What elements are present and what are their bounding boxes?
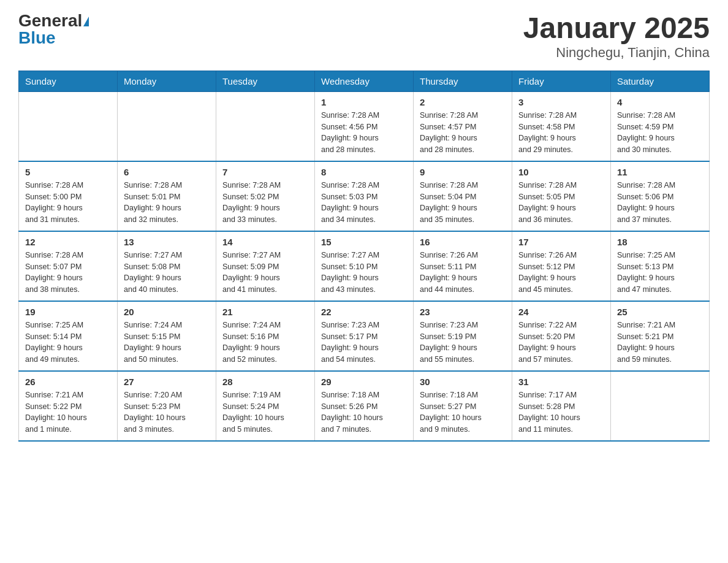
day-number: 11 [617, 167, 703, 177]
day-info: Sunrise: 7:27 AM Sunset: 5:09 PM Dayligh… [222, 250, 308, 296]
day-info: Sunrise: 7:28 AM Sunset: 4:59 PM Dayligh… [617, 110, 703, 156]
day-number: 19 [25, 307, 111, 317]
calendar-cell: 24Sunrise: 7:22 AM Sunset: 5:20 PM Dayli… [512, 301, 611, 371]
day-number: 21 [222, 307, 308, 317]
day-number: 24 [518, 307, 604, 317]
calendar-cell: 10Sunrise: 7:28 AM Sunset: 5:05 PM Dayli… [512, 161, 611, 231]
calendar-cell: 30Sunrise: 7:18 AM Sunset: 5:27 PM Dayli… [414, 371, 512, 441]
day-number: 7 [222, 167, 308, 177]
calendar-row: 12Sunrise: 7:28 AM Sunset: 5:07 PM Dayli… [19, 231, 710, 301]
calendar-cell: 18Sunrise: 7:25 AM Sunset: 5:13 PM Dayli… [611, 231, 710, 301]
calendar-cell: 20Sunrise: 7:24 AM Sunset: 5:15 PM Dayli… [118, 301, 216, 371]
day-info: Sunrise: 7:27 AM Sunset: 5:08 PM Dayligh… [124, 250, 210, 296]
day-info: Sunrise: 7:24 AM Sunset: 5:15 PM Dayligh… [124, 320, 210, 366]
day-number: 4 [617, 97, 703, 107]
calendar-cell: 26Sunrise: 7:21 AM Sunset: 5:22 PM Dayli… [19, 371, 118, 441]
calendar-body: 1Sunrise: 7:28 AM Sunset: 4:56 PM Daylig… [19, 91, 710, 441]
calendar-cell: 13Sunrise: 7:27 AM Sunset: 5:08 PM Dayli… [118, 231, 216, 301]
calendar-cell [19, 91, 118, 161]
day-number: 3 [518, 97, 604, 107]
day-info: Sunrise: 7:26 AM Sunset: 5:11 PM Dayligh… [420, 250, 506, 296]
header-cell-tuesday: Tuesday [216, 71, 315, 91]
calendar-cell: 5Sunrise: 7:28 AM Sunset: 5:00 PM Daylig… [19, 161, 118, 231]
title-block: January 2025 Ningchegu, Tianjin, China [523, 12, 710, 61]
day-info: Sunrise: 7:28 AM Sunset: 5:03 PM Dayligh… [321, 180, 407, 226]
day-number: 28 [222, 377, 308, 387]
logo-general-text: General [18, 11, 82, 30]
calendar-cell [216, 91, 315, 161]
calendar-cell: 11Sunrise: 7:28 AM Sunset: 5:06 PM Dayli… [611, 161, 710, 231]
calendar-cell: 27Sunrise: 7:20 AM Sunset: 5:23 PM Dayli… [118, 371, 216, 441]
header-cell-sunday: Sunday [19, 71, 118, 91]
calendar-cell: 9Sunrise: 7:28 AM Sunset: 5:04 PM Daylig… [414, 161, 512, 231]
day-number: 10 [518, 167, 604, 177]
header-row: SundayMondayTuesdayWednesdayThursdayFrid… [19, 71, 710, 91]
calendar-row: 5Sunrise: 7:28 AM Sunset: 5:00 PM Daylig… [19, 161, 710, 231]
day-info: Sunrise: 7:22 AM Sunset: 5:20 PM Dayligh… [518, 320, 604, 366]
day-number: 12 [25, 237, 111, 247]
day-info: Sunrise: 7:24 AM Sunset: 5:16 PM Dayligh… [222, 320, 308, 366]
day-info: Sunrise: 7:25 AM Sunset: 5:14 PM Dayligh… [25, 320, 111, 366]
calendar-title: January 2025 [523, 12, 710, 45]
page-header: General Blue January 2025 Ningchegu, Tia… [18, 12, 710, 61]
calendar-cell: 3Sunrise: 7:28 AM Sunset: 4:58 PM Daylig… [512, 91, 611, 161]
day-info: Sunrise: 7:23 AM Sunset: 5:19 PM Dayligh… [420, 320, 506, 366]
day-number: 5 [25, 167, 111, 177]
calendar-row: 26Sunrise: 7:21 AM Sunset: 5:22 PM Dayli… [19, 371, 710, 441]
calendar-cell: 28Sunrise: 7:19 AM Sunset: 5:24 PM Dayli… [216, 371, 315, 441]
day-info: Sunrise: 7:28 AM Sunset: 5:00 PM Dayligh… [25, 180, 111, 226]
day-number: 13 [124, 237, 210, 247]
day-info: Sunrise: 7:28 AM Sunset: 5:07 PM Dayligh… [25, 250, 111, 296]
calendar-cell [118, 91, 216, 161]
header-cell-thursday: Thursday [414, 71, 512, 91]
day-info: Sunrise: 7:17 AM Sunset: 5:28 PM Dayligh… [518, 389, 604, 435]
day-info: Sunrise: 7:28 AM Sunset: 4:58 PM Dayligh… [518, 110, 604, 156]
day-number: 8 [321, 167, 407, 177]
calendar-cell: 29Sunrise: 7:18 AM Sunset: 5:26 PM Dayli… [315, 371, 414, 441]
day-info: Sunrise: 7:28 AM Sunset: 5:04 PM Dayligh… [420, 180, 506, 226]
day-info: Sunrise: 7:21 AM Sunset: 5:22 PM Dayligh… [25, 389, 111, 435]
day-info: Sunrise: 7:18 AM Sunset: 5:27 PM Dayligh… [420, 389, 506, 435]
day-info: Sunrise: 7:20 AM Sunset: 5:23 PM Dayligh… [124, 389, 210, 435]
day-number: 29 [321, 377, 407, 387]
calendar-cell: 17Sunrise: 7:26 AM Sunset: 5:12 PM Dayli… [512, 231, 611, 301]
calendar-cell: 25Sunrise: 7:21 AM Sunset: 5:21 PM Dayli… [611, 301, 710, 371]
calendar-cell: 14Sunrise: 7:27 AM Sunset: 5:09 PM Dayli… [216, 231, 315, 301]
calendar-cell [611, 371, 710, 441]
day-info: Sunrise: 7:21 AM Sunset: 5:21 PM Dayligh… [617, 320, 703, 366]
header-cell-monday: Monday [118, 71, 216, 91]
calendar-cell: 12Sunrise: 7:28 AM Sunset: 5:07 PM Dayli… [19, 231, 118, 301]
day-number: 2 [420, 97, 506, 107]
calendar-cell: 23Sunrise: 7:23 AM Sunset: 5:19 PM Dayli… [414, 301, 512, 371]
calendar-table: SundayMondayTuesdayWednesdayThursdayFrid… [18, 71, 710, 442]
calendar-cell: 4Sunrise: 7:28 AM Sunset: 4:59 PM Daylig… [611, 91, 710, 161]
calendar-cell: 31Sunrise: 7:17 AM Sunset: 5:28 PM Dayli… [512, 371, 611, 441]
day-info: Sunrise: 7:28 AM Sunset: 4:56 PM Dayligh… [321, 110, 407, 156]
calendar-cell: 22Sunrise: 7:23 AM Sunset: 5:17 PM Dayli… [315, 301, 414, 371]
calendar-cell: 16Sunrise: 7:26 AM Sunset: 5:11 PM Dayli… [414, 231, 512, 301]
day-number: 30 [420, 377, 506, 387]
calendar-cell: 1Sunrise: 7:28 AM Sunset: 4:56 PM Daylig… [315, 91, 414, 161]
day-info: Sunrise: 7:28 AM Sunset: 4:57 PM Dayligh… [420, 110, 506, 156]
day-number: 9 [420, 167, 506, 177]
calendar-row: 1Sunrise: 7:28 AM Sunset: 4:56 PM Daylig… [19, 91, 710, 161]
logo-top-row: General [18, 12, 89, 29]
day-number: 26 [25, 377, 111, 387]
calendar-cell: 6Sunrise: 7:28 AM Sunset: 5:01 PM Daylig… [118, 161, 216, 231]
calendar-cell: 8Sunrise: 7:28 AM Sunset: 5:03 PM Daylig… [315, 161, 414, 231]
day-number: 31 [518, 377, 604, 387]
day-number: 15 [321, 237, 407, 247]
day-info: Sunrise: 7:19 AM Sunset: 5:24 PM Dayligh… [222, 389, 308, 435]
day-number: 23 [420, 307, 506, 317]
calendar-cell: 21Sunrise: 7:24 AM Sunset: 5:16 PM Dayli… [216, 301, 315, 371]
logo: General Blue [18, 12, 89, 47]
day-info: Sunrise: 7:27 AM Sunset: 5:10 PM Dayligh… [321, 250, 407, 296]
day-number: 1 [321, 97, 407, 107]
day-info: Sunrise: 7:25 AM Sunset: 5:13 PM Dayligh… [617, 250, 703, 296]
day-info: Sunrise: 7:18 AM Sunset: 5:26 PM Dayligh… [321, 389, 407, 435]
logo-triangle-icon [83, 17, 89, 26]
header-cell-friday: Friday [512, 71, 611, 91]
day-number: 20 [124, 307, 210, 317]
calendar-header: SundayMondayTuesdayWednesdayThursdayFrid… [19, 71, 710, 91]
header-cell-wednesday: Wednesday [315, 71, 414, 91]
